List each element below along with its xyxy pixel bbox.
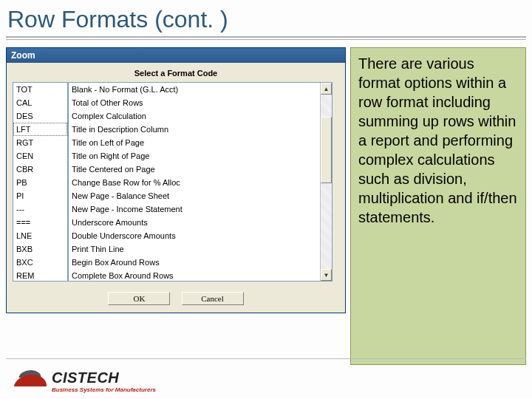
scroll-thumb[interactable] — [321, 117, 332, 183]
desc-row[interactable]: Print Thin Line — [69, 242, 320, 256]
code-row[interactable]: DES — [13, 109, 67, 123]
zoom-dialog: Zoom Select a Format Code TOTCALDESLFTRG… — [6, 47, 346, 313]
desc-row[interactable]: Complex Calculation — [69, 109, 320, 123]
cistech-logo: CISTECH Business Systems for Manufacture… — [15, 369, 156, 393]
code-row[interactable]: CEN — [13, 149, 67, 163]
scroll-up-button[interactable]: ▲ — [321, 83, 332, 95]
dialog-titlebar[interactable]: Zoom — [7, 48, 345, 63]
code-row[interactable]: LFT — [13, 123, 67, 136]
code-row[interactable]: === — [13, 216, 67, 229]
dialog-heading: Select a Format Code — [7, 63, 345, 82]
desc-row[interactable]: New Page - Balance Sheet — [69, 189, 320, 202]
slide-title: Row Formats (cont. ) — [0, 0, 532, 36]
code-row[interactable]: --- — [13, 202, 67, 216]
desc-row[interactable]: Double Underscore Amounts — [69, 229, 320, 242]
desc-row[interactable]: Begin Box Around Rows — [69, 256, 320, 269]
desc-row[interactable]: Change Base Row for % Alloc — [69, 176, 320, 189]
desc-row[interactable]: Title on Left of Page — [69, 136, 320, 149]
descs-listbox[interactable]: Blank - No Format (G.L. Acct)Total of Ot… — [68, 82, 332, 282]
desc-row[interactable]: Blank - No Format (G.L. Acct) — [69, 83, 320, 96]
scroll-down-button[interactable]: ▼ — [321, 269, 332, 281]
code-row[interactable]: CAL — [13, 96, 67, 109]
code-row[interactable]: BXC — [13, 256, 67, 269]
divider — [6, 358, 526, 359]
desc-row[interactable]: Complete Box Around Rows — [69, 269, 320, 281]
code-row[interactable]: REM — [13, 269, 67, 282]
desc-row[interactable]: New Page - Income Statement — [69, 202, 320, 216]
scroll-track[interactable] — [321, 95, 332, 269]
logo-swoosh-icon — [15, 370, 47, 392]
code-row[interactable]: LNE — [13, 229, 67, 242]
code-row[interactable]: PB — [13, 176, 67, 189]
codes-listbox[interactable]: TOTCALDESLFTRGTCENCBRPBPI---===LNEBXBBXC… — [13, 82, 68, 282]
divider — [6, 39, 526, 40]
logo-name: CISTECH — [52, 369, 156, 386]
scrollbar[interactable]: ▲ ▼ — [320, 83, 332, 281]
desc-row[interactable]: Title on Right of Page — [69, 149, 320, 163]
divider — [6, 36, 526, 38]
desc-row[interactable]: Title Centered on Page — [69, 163, 320, 176]
ok-button[interactable]: OK — [108, 292, 170, 305]
logo-tagline: Business Systems for Manufacturers — [52, 386, 156, 393]
code-row[interactable]: PI — [13, 189, 67, 202]
code-row[interactable]: BXB — [13, 242, 67, 256]
cancel-button[interactable]: Cancel — [182, 292, 244, 305]
desc-row[interactable]: Underscore Amounts — [69, 216, 320, 229]
code-row[interactable]: RGT — [13, 136, 67, 149]
desc-row[interactable]: Total of Other Rows — [69, 96, 320, 109]
code-row[interactable]: CBR — [13, 163, 67, 176]
code-row[interactable]: TOT — [13, 83, 67, 96]
desc-row[interactable]: Title in Description Column — [69, 123, 320, 136]
slide-caption: There are various format options within … — [350, 47, 526, 365]
